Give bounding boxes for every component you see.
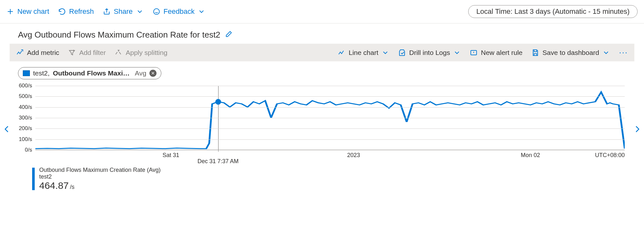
topbar: New chart Refresh Share Feedback Local T… bbox=[0, 0, 644, 23]
chart-toolbar: Add metric Add filter Apply splitting Li… bbox=[10, 44, 634, 61]
gridline bbox=[35, 96, 625, 97]
next-time-button[interactable] bbox=[632, 124, 642, 136]
chip-metric: Outbound Flows Maxi… bbox=[53, 69, 130, 77]
filter-icon bbox=[68, 49, 76, 57]
add-metric-button[interactable]: Add metric bbox=[16, 49, 59, 57]
chevron-down-icon bbox=[602, 49, 610, 57]
new-alert-label: New alert rule bbox=[481, 49, 523, 57]
more-button[interactable]: ··· bbox=[619, 48, 628, 57]
smile-icon bbox=[153, 8, 160, 15]
x-tick-label: 2023 bbox=[347, 152, 360, 159]
legend-name: Outbound Flows Maximum Creation Rate (Av… bbox=[39, 167, 161, 173]
metric-chip[interactable]: test2, Outbound Flows Maxi… Avg ✕ bbox=[18, 67, 161, 79]
new-alert-button[interactable]: New alert rule bbox=[470, 49, 523, 57]
gridline bbox=[35, 150, 625, 150]
pencil-icon bbox=[225, 30, 233, 38]
edit-title-button[interactable] bbox=[225, 30, 233, 40]
metric-chip-row: test2, Outbound Flows Maxi… Avg ✕ bbox=[0, 66, 644, 83]
chevron-down-icon bbox=[381, 49, 389, 57]
time-range-pill[interactable]: Local Time: Last 3 days (Automatic - 15 … bbox=[468, 5, 638, 18]
chevron-down-icon bbox=[136, 8, 144, 15]
y-tick-label: 100/s bbox=[19, 136, 35, 143]
alert-icon bbox=[470, 49, 478, 57]
x-tick-label: UTC+08:00 bbox=[595, 152, 625, 159]
apply-splitting-button[interactable]: Apply splitting bbox=[115, 49, 167, 57]
resource-icon bbox=[23, 70, 30, 76]
title-row: Avg Outbound Flows Maximum Creation Rate… bbox=[0, 23, 644, 44]
legend-sub: test2 bbox=[39, 173, 161, 180]
time-range-label: Local Time: Last 3 days (Automatic - 15 … bbox=[476, 7, 630, 15]
save-dashboard-label: Save to dashboard bbox=[542, 49, 599, 57]
feedback-button[interactable]: Feedback bbox=[153, 7, 206, 16]
logs-icon bbox=[398, 49, 406, 57]
refresh-label: Refresh bbox=[69, 7, 94, 16]
plot-area[interactable]: Dec 31 7:37 AM 0/s100/s200/s300/s400/s50… bbox=[35, 86, 625, 150]
add-metric-label: Add metric bbox=[27, 49, 59, 57]
legend: Outbound Flows Maximum Creation Rate (Av… bbox=[0, 161, 644, 197]
share-icon bbox=[103, 8, 111, 15]
chevron-down-icon bbox=[198, 8, 205, 15]
apply-splitting-label: Apply splitting bbox=[126, 49, 167, 57]
feedback-label: Feedback bbox=[164, 7, 195, 16]
hover-dot bbox=[215, 99, 221, 105]
prev-time-button[interactable] bbox=[2, 124, 12, 136]
new-chart-label: New chart bbox=[17, 7, 49, 16]
chip-scope: test2, bbox=[33, 69, 49, 77]
add-filter-label: Add filter bbox=[79, 49, 106, 57]
viz-type-button[interactable]: Line chart bbox=[338, 49, 389, 57]
save-dashboard-button[interactable]: Save to dashboard bbox=[532, 49, 610, 57]
x-axis-labels: Sat 312023Mon 02UTC+08:00 bbox=[35, 152, 625, 161]
chevron-left-icon bbox=[2, 124, 12, 134]
gridline bbox=[35, 86, 625, 86]
line-chart-icon bbox=[338, 49, 345, 57]
chip-remove-button[interactable]: ✕ bbox=[149, 70, 157, 77]
refresh-button[interactable]: Refresh bbox=[58, 7, 94, 16]
gridline bbox=[35, 128, 625, 129]
share-button[interactable]: Share bbox=[103, 7, 144, 16]
y-tick-label: 200/s bbox=[19, 125, 35, 132]
x-tick-label: Sat 31 bbox=[163, 152, 179, 159]
gridline bbox=[35, 139, 625, 140]
chip-agg: Avg bbox=[135, 69, 147, 77]
chevron-down-icon bbox=[453, 49, 461, 57]
y-tick-label: 0/s bbox=[25, 147, 35, 153]
x-tick-label: Mon 02 bbox=[521, 152, 540, 159]
viz-type-label: Line chart bbox=[349, 49, 378, 57]
split-icon bbox=[115, 49, 122, 57]
plus-icon bbox=[6, 8, 14, 15]
refresh-icon bbox=[58, 8, 66, 15]
chevron-right-icon bbox=[632, 124, 642, 134]
new-chart-button[interactable]: New chart bbox=[6, 7, 49, 16]
legend-color-bar bbox=[32, 168, 35, 190]
svg-point-0 bbox=[154, 9, 159, 14]
y-tick-label: 600/s bbox=[19, 83, 35, 89]
legend-value: 464.87 bbox=[39, 180, 69, 191]
hover-line bbox=[218, 86, 219, 152]
legend-unit: /s bbox=[70, 184, 75, 190]
add-filter-button[interactable]: Add filter bbox=[68, 49, 106, 57]
drill-logs-button[interactable]: Drill into Logs bbox=[398, 49, 461, 57]
chart-title: Avg Outbound Flows Maximum Creation Rate… bbox=[18, 30, 220, 40]
save-icon bbox=[532, 49, 539, 57]
gridline bbox=[35, 118, 625, 118]
y-tick-label: 300/s bbox=[19, 115, 35, 121]
drill-logs-label: Drill into Logs bbox=[409, 49, 450, 57]
gridline bbox=[35, 107, 625, 108]
chart-area: Dec 31 7:37 AM 0/s100/s200/s300/s400/s50… bbox=[0, 83, 644, 161]
share-label: Share bbox=[114, 7, 133, 16]
y-tick-label: 400/s bbox=[19, 104, 35, 110]
y-tick-label: 500/s bbox=[19, 93, 35, 100]
add-metric-icon bbox=[16, 49, 24, 57]
